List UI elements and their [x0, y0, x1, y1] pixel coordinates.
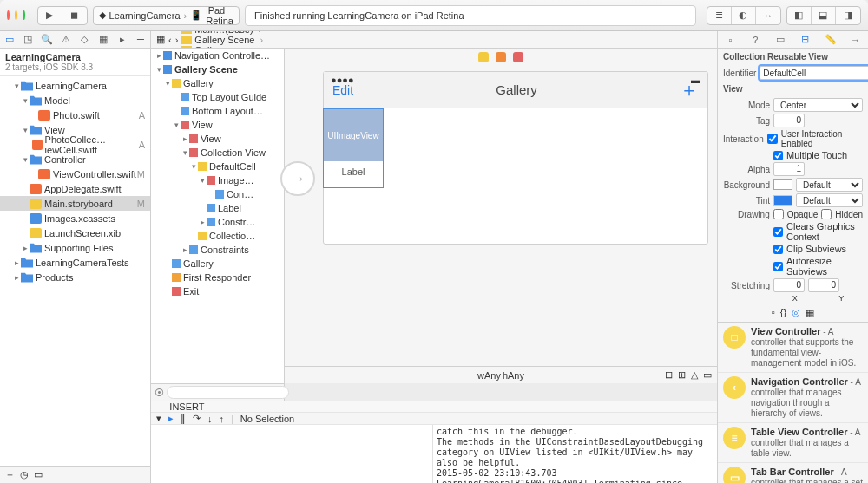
library-item[interactable]: ≡Table View Controller - A controller th… — [718, 423, 868, 463]
segue-dock-icon[interactable]: → — [280, 161, 315, 196]
file-row[interactable]: ▸LearningCameraTests — [0, 255, 150, 270]
project-header[interactable]: LearningCamera 2 targets, iOS SDK 8.3 — [0, 49, 150, 76]
resizing-icon[interactable]: ▭ — [703, 369, 712, 381]
breakpoint-nav-icon[interactable]: ▸ — [116, 34, 128, 46]
canvas-responder-icon[interactable] — [496, 52, 506, 62]
run-button[interactable]: ▶ — [38, 7, 62, 24]
close-window-icon[interactable] — [7, 10, 10, 20]
outline-row[interactable]: Label — [151, 201, 284, 215]
alpha-stepper[interactable]: 1 — [773, 162, 805, 176]
filter-icon[interactable]: ⦿ — [155, 388, 164, 398]
file-template-icon[interactable]: ▫ — [772, 307, 775, 318]
outline-row[interactable]: ▸View — [151, 132, 284, 146]
mode-select[interactable]: Center — [773, 98, 863, 112]
assistant-editor-icon[interactable]: ◐ — [732, 7, 756, 24]
connections-inspector-icon[interactable]: → — [850, 34, 862, 46]
related-items-icon[interactable]: ▦ — [156, 34, 165, 45]
stretch-x[interactable]: 0 — [773, 278, 805, 292]
size-inspector-icon[interactable]: 📏 — [825, 34, 837, 46]
bg-select[interactable]: Default — [796, 178, 863, 192]
library-item[interactable]: ‹Navigation Controller - A controller th… — [718, 373, 868, 423]
multitouch-checkbox[interactable] — [773, 151, 783, 160]
report-nav-icon[interactable]: ☰ — [135, 34, 147, 46]
file-inspector-icon[interactable]: ▫ — [724, 34, 736, 46]
outline-row[interactable]: ▸Constraints — [151, 243, 284, 257]
forward-icon[interactable]: › — [175, 35, 179, 45]
help-inspector-icon[interactable]: ? — [749, 34, 761, 46]
attributes-inspector-icon[interactable]: ⊟ — [799, 34, 812, 46]
scheme-selector[interactable]: ◆ LearningCamera › 📱 iPad Retina — [93, 6, 240, 25]
outline-row[interactable]: ▾DefaultCell — [151, 160, 284, 173]
version-editor-icon[interactable]: ↔ — [756, 7, 780, 24]
outline-row[interactable]: Con… — [151, 187, 284, 201]
align-icon[interactable]: ⊟ — [665, 369, 673, 381]
symbol-nav-icon[interactable]: ◳ — [22, 34, 34, 46]
tint-select[interactable]: Default — [796, 193, 863, 207]
issue-nav-icon[interactable]: ⚠ — [60, 34, 72, 46]
add-icon[interactable]: ＋ — [5, 468, 15, 481]
outline-row[interactable]: ▾View — [151, 118, 284, 132]
ib-canvas[interactable]: ●●●● ▬ Edit Gallery ＋ UIImageView Label … — [285, 49, 717, 383]
outline-row[interactable]: Collectio… — [151, 229, 284, 243]
file-row[interactable]: Main.storyboardM — [0, 196, 150, 211]
file-row[interactable]: ▾LearningCamera — [0, 78, 150, 93]
breakpoints-toggle-icon[interactable]: ▸ — [168, 413, 174, 424]
hidden-checkbox[interactable] — [821, 209, 832, 219]
outline-row[interactable]: Top Layout Guide — [151, 90, 284, 104]
step-out-icon[interactable]: ↑ — [220, 414, 225, 424]
stretch-y[interactable]: 0 — [808, 278, 839, 292]
object-lib-icon[interactable]: ◎ — [792, 307, 800, 318]
pin-icon[interactable]: ⊞ — [678, 369, 686, 381]
left-panel-icon[interactable]: ◧ — [787, 7, 812, 24]
outline-row[interactable]: ▾Gallery Scene — [151, 62, 284, 76]
bottom-panel-icon[interactable]: ⬓ — [812, 7, 836, 24]
right-panel-icon[interactable]: ◨ — [836, 7, 860, 24]
file-row[interactable]: LaunchScreen.xib — [0, 225, 150, 240]
file-row[interactable]: ViewController.swiftM — [0, 166, 150, 181]
step-in-icon[interactable]: ↓ — [207, 414, 213, 424]
outline-row[interactable]: ▾Gallery — [151, 76, 284, 90]
project-nav-icon[interactable]: ▭ — [3, 34, 16, 46]
code-snippet-icon[interactable]: {} — [780, 307, 786, 318]
console-output[interactable]: catch this in the debugger. The methods … — [433, 425, 717, 483]
variables-view[interactable] — [151, 425, 433, 483]
debug-nav-icon[interactable]: ▦ — [97, 34, 109, 46]
file-row[interactable]: ▸Supporting Files — [0, 240, 150, 255]
file-row[interactable]: PhotoCollec…iewCell.swiftA — [0, 137, 150, 152]
back-icon[interactable]: ‹ — [168, 35, 172, 45]
file-row[interactable]: ▸Products — [0, 270, 150, 284]
file-row[interactable]: ▾Model — [0, 93, 150, 108]
filter-scm-icon[interactable]: ▭ — [34, 469, 43, 480]
continue-icon[interactable]: ‖ — [181, 413, 186, 424]
outline-row[interactable]: Exit — [151, 284, 284, 298]
file-row[interactable]: Images.xcassets — [0, 211, 150, 225]
uie-checkbox[interactable] — [767, 134, 778, 144]
autoresize-checkbox[interactable] — [773, 262, 783, 271]
standard-editor-icon[interactable]: ≣ — [707, 7, 732, 24]
library-item[interactable]: □View Controller - A controller that sup… — [718, 323, 868, 373]
file-row[interactable]: AppDelegate.swift — [0, 181, 150, 196]
outline-row[interactable]: First Responder — [151, 271, 284, 284]
file-row[interactable]: Photo.swiftA — [0, 108, 150, 122]
outline-row[interactable]: ▸Navigation Controlle… — [151, 49, 284, 62]
zoom-window-icon[interactable] — [23, 10, 25, 20]
cgc-checkbox[interactable] — [773, 227, 783, 237]
outline-filter-input[interactable] — [167, 386, 289, 399]
canvas-item-icon[interactable] — [478, 52, 489, 62]
outline-row[interactable]: ▾Image… — [151, 173, 284, 187]
canvas-exit-icon[interactable] — [513, 52, 523, 62]
library-item[interactable]: ▭Tab Bar Controller - A controller that … — [718, 463, 868, 483]
find-nav-icon[interactable]: 🔍 — [41, 34, 53, 46]
outline-row[interactable]: ▾Collection View — [151, 146, 284, 160]
step-over-icon[interactable]: ↷ — [193, 413, 201, 424]
hide-debug-icon[interactable]: ▾ — [156, 413, 161, 424]
media-lib-icon[interactable]: ▦ — [806, 307, 814, 318]
outline-row[interactable]: Bottom Layout… — [151, 104, 284, 118]
bg-swatch[interactable] — [773, 179, 792, 190]
identity-inspector-icon[interactable]: ▭ — [774, 34, 786, 46]
clip-checkbox[interactable] — [773, 245, 783, 254]
minimize-window-icon[interactable] — [15, 10, 17, 20]
size-class-bar[interactable]: wAny hAny ⊟ ⊞ △ ▭ — [285, 366, 717, 383]
tint-swatch[interactable] — [773, 195, 792, 206]
filter-recent-icon[interactable]: ◷ — [20, 469, 29, 480]
